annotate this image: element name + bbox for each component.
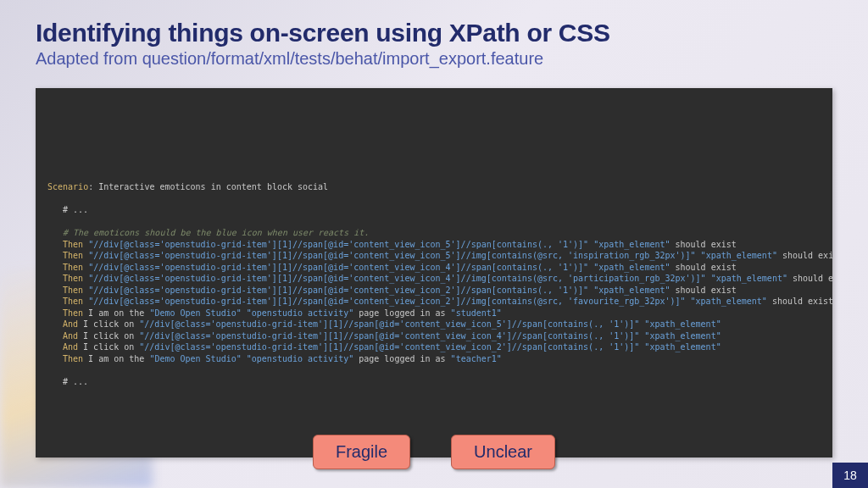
title-block: Identifying things on-screen using XPath… [36, 19, 834, 69]
slide: Identifying things on-screen using XPath… [0, 0, 868, 488]
tag-buttons: Fragile Unclear [36, 435, 832, 469]
scenario-line: Scenario: Interactive emoticons in conte… [47, 181, 821, 193]
unclear-button[interactable]: Unclear [451, 435, 555, 469]
ellipsis-comment: # ... [47, 376, 821, 388]
step-line: Then "//div[@class='openstudio-grid-item… [47, 273, 821, 285]
step-line: Then I am on the "Demo Open Studio" "ope… [47, 308, 821, 319]
step-line: Then I am on the "Demo Open Studio" "ope… [47, 353, 821, 365]
blank-line [47, 216, 821, 228]
ellipsis-comment: # ... [47, 204, 821, 216]
slide-subtitle: Adapted from question/format/xml/tests/b… [36, 49, 834, 69]
step-line: Then "//div[@class='openstudio-grid-item… [47, 262, 821, 274]
blank-line [47, 364, 821, 376]
step-line: Then "//div[@class='openstudio-grid-item… [47, 239, 821, 251]
blank-line [47, 193, 821, 205]
scenario-keyword: Scenario [47, 182, 88, 191]
code-panel: Scenario: Interactive emoticons in conte… [36, 88, 832, 458]
reaction-comment: # The emoticons should be the blue icon … [47, 227, 821, 239]
step-line: Then "//div[@class='openstudio-grid-item… [47, 250, 821, 262]
step-line: And I click on "//div[@class='openstudio… [47, 341, 821, 353]
page-number: 18 [832, 463, 868, 488]
scenario-text: : Interactive emoticons in content block… [88, 182, 328, 191]
step-line: And I click on "//div[@class='openstudio… [47, 330, 821, 342]
slide-title: Identifying things on-screen using XPath… [36, 19, 834, 47]
fragile-button[interactable]: Fragile [313, 435, 410, 469]
step-line: Then "//div[@class='openstudio-grid-item… [47, 296, 821, 308]
step-line: And I click on "//div[@class='openstudio… [47, 319, 821, 330]
step-line: Then "//div[@class='openstudio-grid-item… [47, 285, 821, 297]
